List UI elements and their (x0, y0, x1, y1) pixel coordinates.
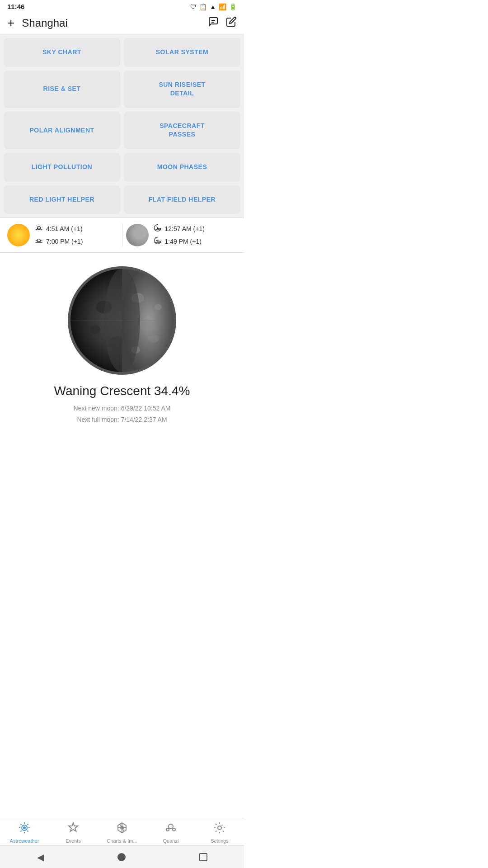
next-new-moon: Next new moon: 6/29/22 10:52 AM (74, 403, 171, 414)
sun-set-value: 7:00 PM (+1) (46, 238, 83, 245)
moon-phase-section: Waning Crescent 34.4% Next new moon: 6/2… (0, 253, 244, 434)
moon-icon (126, 224, 149, 246)
astro-times-row: 4:51 AM (+1) 7:00 PM (+1) (0, 217, 244, 253)
moon-set-time: 1:49 PM (+1) (153, 236, 205, 247)
sun-times: 4:51 AM (+1) 7:00 PM (+1) (34, 223, 83, 247)
add-button[interactable]: + (7, 16, 14, 30)
edit-button[interactable] (226, 16, 237, 30)
moon-section: 12:57 AM (+1) 1:49 PM (+1) (126, 223, 237, 247)
moon-set-value: 1:49 PM (+1) (165, 238, 202, 245)
polar-alignment-button[interactable]: POLAR ALIGNMENT (4, 112, 120, 149)
svg-point-12 (139, 319, 155, 331)
moon-phase-title: Waning Crescent 34.4% (54, 384, 190, 398)
wifi-icon: ▲ (210, 3, 216, 10)
chat-button[interactable] (208, 16, 219, 30)
sun-rise-value: 4:51 AM (+1) (46, 225, 83, 232)
moon-next-info: Next new moon: 6/29/22 10:52 AM Next ful… (74, 403, 171, 425)
spacecraft-passes-button[interactable]: SPACECRAFTPASSES (124, 112, 240, 149)
sun-set-time: 7:00 PM (+1) (34, 236, 83, 247)
red-light-helper-button[interactable]: RED LIGHT HELPER (4, 185, 120, 214)
moonrise-symbol (153, 223, 162, 234)
signal-icon: 📶 (219, 3, 226, 10)
shield-icon: 🛡 (190, 3, 197, 10)
sky-chart-button[interactable]: SKY CHART (4, 38, 120, 67)
feature-grid: SKY CHART SOLAR SYSTEM RISE & SET SUN RI… (0, 34, 244, 217)
sun-icon (7, 224, 30, 246)
moon-phases-button[interactable]: MOON PHASES (124, 153, 240, 182)
flat-field-helper-button[interactable]: FLAT FIELD HELPER (124, 185, 240, 214)
top-header: + Shanghai (0, 12, 244, 34)
svg-point-14 (155, 304, 162, 310)
sunset-symbol (34, 236, 43, 247)
sun-rise-time: 4:51 AM (+1) (34, 223, 83, 234)
light-pollution-button[interactable]: LIGHT POLLUTION (4, 153, 120, 182)
moon-rise-time: 12:57 AM (+1) (153, 223, 205, 234)
moon-rise-value: 12:57 AM (+1) (165, 225, 205, 232)
moon-times: 12:57 AM (+1) 1:49 PM (+1) (153, 223, 205, 247)
astro-divider (122, 224, 122, 246)
status-time: 11:46 (7, 3, 24, 10)
next-full-moon: Next full moon: 7/14/22 2:37 AM (74, 414, 171, 425)
sun-rise-set-detail-button[interactable]: SUN RISE/SETDETAIL (124, 71, 240, 108)
page-title: Shanghai (22, 17, 208, 29)
clipboard-icon: 📋 (199, 3, 207, 10)
moonset-symbol (153, 236, 162, 247)
solar-system-button[interactable]: SOLAR SYSTEM (124, 38, 240, 67)
sunrise-symbol (34, 223, 43, 234)
moon-phase-image (68, 266, 176, 375)
battery-icon: 🔋 (229, 3, 237, 10)
rise-set-button[interactable]: RISE & SET (4, 71, 120, 108)
status-bar: 11:46 🛡 📋 ▲ 📶 🔋 (0, 0, 244, 12)
svg-point-15 (148, 335, 159, 343)
status-icons: 🛡 📋 ▲ 📶 🔋 (190, 3, 237, 10)
sun-section: 4:51 AM (+1) 7:00 PM (+1) (7, 223, 118, 247)
svg-point-7 (89, 325, 100, 334)
header-actions (208, 16, 237, 30)
